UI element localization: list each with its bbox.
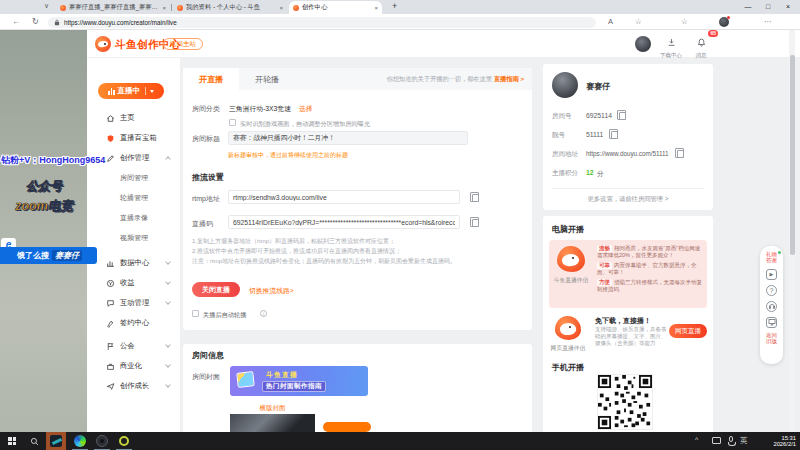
back-to-main-button[interactable]: 返回主站 [163,38,203,50]
video-tutorial-button[interactable]: ▶ [766,269,777,280]
push-note-2: 2.推流软件中点击开播即可开始推流，推流成功后可在直播间内查看直播情况； [192,247,401,256]
copy-icon[interactable] [677,150,684,158]
lock-icon [54,19,60,26]
tray-expand-icon[interactable]: ^ [695,436,698,443]
sidebar-item-toolbox[interactable]: 直播百宝箱 [87,128,180,148]
floating-toolbar: 礼物答谢 ▶ ? 返回旧版 [760,246,783,364]
streamer-avatar[interactable] [552,72,578,98]
gift-thanks-button[interactable]: 礼物答谢 [765,251,778,264]
back-to-old-version-button[interactable]: 返回旧版 [765,332,778,345]
sidebar-item-video-manage[interactable]: 视频管理 [87,228,180,248]
app-icon [50,435,62,447]
tab-close-icon[interactable]: × [374,5,378,11]
taskbar-app-edge[interactable] [70,432,90,450]
sidebar-item-data-center[interactable]: 数据中心 [87,253,180,273]
feature-tag: 流畅 [597,245,612,252]
window-minimize-button[interactable]: — [738,0,758,13]
landscape-cover-thumbnail[interactable] [230,414,315,432]
sidebar-item-commerce[interactable]: 商业化 [87,356,180,376]
sidebar-item-growth[interactable]: 创作成长 [87,376,180,396]
browser-menu-icon[interactable]: ⋯ [764,17,772,26]
copy-icon[interactable] [619,112,626,120]
sidebar-item-interaction[interactable]: 互动管理 [87,293,180,313]
messages-label: 消息 [688,52,714,59]
scrollbar-thumb[interactable] [790,55,795,255]
download-center-button[interactable]: 下载中心 [658,33,684,59]
info-icon[interactable]: i [260,310,267,317]
new-tab-button[interactable]: + [392,1,397,11]
input-language-indicator[interactable]: 英 [740,436,748,446]
start-button[interactable] [8,437,16,445]
sidebar-item-income[interactable]: 收益 [87,273,180,293]
sidebar-item-contract[interactable]: 签约中心 [87,313,180,333]
room-info-title: 房间信息 [192,350,224,361]
live-status-button[interactable]: 直播中 [98,83,164,99]
collections-icon[interactable]: ☆ [681,17,688,26]
sidebar-item-live-record[interactable]: 直播录像 [87,208,180,228]
feature-tag: 方便 [597,279,612,286]
auto-detect-checkbox[interactable] [229,119,236,126]
tab-start-live[interactable]: 开直播 [183,68,239,90]
url-text: https://www.douyu.com/creator/main/live [64,19,177,26]
sidebar-item-home[interactable]: 主页 [87,108,180,128]
sidebar-item-guild[interactable]: 公会 [87,336,180,356]
start-live-card: 开直播 开轮播 你想知道的关于开播的一切，都在这里直播指南 > 房间分类 三角洲… [183,68,532,330]
copy-icon[interactable] [611,131,618,139]
refresh-icon[interactable]: ↻ [32,18,39,26]
streamer-profile-card: 赛赛仔 房间号 6925114 靓号 51111 房间地址 https://ww… [543,64,713,210]
tray-microphone-icon[interactable] [729,436,733,442]
sidebar-item-room-manage[interactable]: 房间管理 [87,168,180,188]
creator-center-page: 斗鱼创作中心 返回主站 下载中心 消息 65 直播中 [0,30,800,432]
rtmp-label: rtmp地址 [192,194,220,204]
feature-tag: 可靠 [597,262,612,269]
room-title-label: 房间标题 [192,134,220,144]
copy-icon[interactable] [472,219,479,227]
stream-code-input[interactable] [228,215,460,229]
taskbar-app-ring[interactable] [114,432,134,450]
browser-tab-1[interactable]: 赛赛仔直播_赛赛仔直播_赛赛仔三 × [56,1,170,14]
change-cover-button[interactable] [323,422,371,432]
cover-guide-banner[interactable]: 斗鱼直播 热门封面制作指南 [230,366,368,396]
rtmp-input[interactable] [228,190,460,204]
user-avatar[interactable] [635,36,651,52]
favorite-star-icon[interactable]: ☆ [635,17,642,26]
help-button[interactable]: ? [766,285,777,296]
window-maximize-button[interactable]: □ [758,0,778,13]
taskbar-app-active[interactable] [46,432,66,450]
clock-date: 2026/2/1 [752,441,796,448]
nice-id-label: 靓号 [552,131,565,140]
switch-line-link[interactable]: 切换推流线路> [249,286,294,296]
edge-icon [74,435,86,447]
tab-close-icon[interactable]: × [162,5,166,11]
chat-icon [106,299,115,308]
camera-app-icon [96,435,108,447]
more-settings-link[interactable]: 更多设置，请前往房间管理 > [543,195,713,204]
messages-button[interactable]: 消息 65 [688,33,714,59]
back-icon[interactable]: ← [12,18,20,26]
taskbar-search-icon[interactable] [30,437,39,446]
sidebar-item-loop-manage[interactable]: 轮播管理 [87,188,180,208]
auto-loop-checkbox[interactable] [192,310,199,317]
category-choose-link[interactable]: 选择 [299,104,313,114]
tab-close-icon[interactable]: × [279,5,283,11]
feedback-button[interactable] [766,317,777,328]
read-aloud-icon[interactable]: A [608,17,613,26]
tab-search-icon[interactable]: ∨ [44,2,49,10]
live-companion-promo[interactable]: 斗鱼直播伴侣 流畅相同画质，水友观看“原画”档位网速需求降低20%，留住更多观众… [549,240,707,308]
live-guide-link[interactable]: 直播指南 > [494,75,524,82]
browser-tab-3-active[interactable]: 创作中心 × [289,1,382,14]
taskbar-app-camera[interactable] [92,432,112,450]
customer-service-button[interactable] [766,301,777,312]
tab-start-loop[interactable]: 开轮播 [239,68,295,90]
chevron-down-icon [165,259,171,265]
web-live-button[interactable]: 网页直播 [669,324,707,338]
url-field[interactable]: https://www.douyu.com/creator/main/live [48,17,596,28]
browser-tab-2[interactable]: 我的资料 - 个人中心 - 斗鱼 × [173,1,287,14]
tray-display-icon[interactable] [712,437,721,444]
copy-icon[interactable] [472,194,479,202]
browser-profile-avatar[interactable] [719,17,729,27]
room-title-input[interactable] [228,131,468,145]
close-live-button[interactable]: 关闭直播 [192,282,240,297]
taskbar-clock[interactable]: 15:31 2026/2/1 [752,435,796,449]
window-close-button[interactable]: × [778,0,798,13]
